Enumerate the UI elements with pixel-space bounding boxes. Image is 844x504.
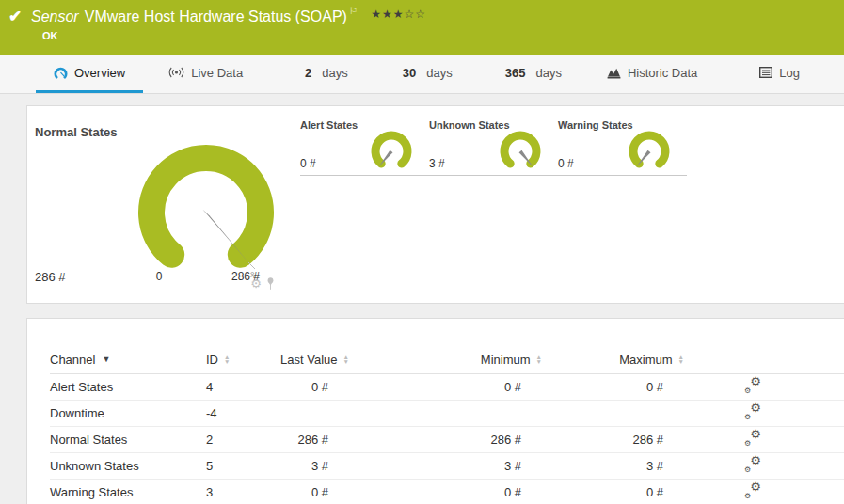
object-kind-label: Sensor xyxy=(31,8,79,24)
sensor-title-line: SensorVMware Host Hardware Status (SOAP)… xyxy=(31,6,426,25)
channel-id: -4 xyxy=(206,406,263,420)
primary-gauge-scale-min: 0 xyxy=(150,270,168,283)
sensor-header: ✔ SensorVMware Host Hardware Status (SOA… xyxy=(0,0,844,55)
tab-label: Live Data xyxy=(191,66,243,80)
channel-id: 2 xyxy=(206,433,263,447)
gauge-title: Alert States xyxy=(300,119,358,131)
sort-desc-icon: ▼ xyxy=(102,354,110,364)
stars-empty: ☆☆ xyxy=(405,8,427,21)
status-ok-check-icon: ✔ xyxy=(8,7,22,26)
column-header-maximum[interactable]: Maximum ▲▼ xyxy=(542,353,684,367)
tab-label: days xyxy=(322,66,347,80)
secondary-gauge-unknown-states[interactable]: Unknown States 3 # xyxy=(429,114,558,176)
primary-gauge-title: Normal States xyxy=(35,125,117,139)
primary-gauge-dial: x̄ xyxy=(117,122,295,280)
column-header-last-value[interactable]: Last Value ▲▼ xyxy=(263,353,349,367)
channels-table-panel: Channel ▼ ID ▲▼ Last Value ▲▼ Minimum ▲▼… xyxy=(26,318,844,504)
sensor-tabbar: Overview Live Data 2 days 30 days 365 da… xyxy=(0,55,844,94)
sensor-overview-page: ✔ SensorVMware Host Hardware Status (SOA… xyxy=(0,0,844,504)
tab-number: 30 xyxy=(403,66,416,80)
channel-id: 5 xyxy=(206,459,263,473)
table-row-normal-states: Normal States 2 286 # 286 # 286 # ⚙⚙ xyxy=(50,427,844,453)
small-gauge-dial xyxy=(494,127,547,170)
primary-gauge-current-value: 286 # xyxy=(35,270,66,284)
pin-icon[interactable] xyxy=(266,277,275,290)
sort-icon: ▲▼ xyxy=(678,354,684,364)
channel-name: Downtime xyxy=(50,406,206,420)
secondary-gauge-warning-states[interactable]: Warning States 0 # xyxy=(558,114,687,176)
channel-settings-gears-icon[interactable]: ⚙⚙ xyxy=(744,483,761,498)
page-title: VMware Host Hardware Status (SOAP) xyxy=(85,8,347,24)
channels-table: Channel ▼ ID ▲▼ Last Value ▲▼ Minimum ▲▼… xyxy=(27,319,844,504)
gauge-settings-gear-icon[interactable]: ⚙ xyxy=(250,278,262,290)
channel-last-value: 286 # xyxy=(263,433,349,447)
channel-minimum: 0 # xyxy=(349,380,542,394)
table-row-warning-states: Warning States 3 0 # 0 # 0 # ⚙⚙ xyxy=(50,480,844,504)
tab-live-data[interactable]: Live Data xyxy=(151,55,261,93)
table-header-row: Channel ▼ ID ▲▼ Last Value ▲▼ Minimum ▲▼… xyxy=(50,345,844,374)
column-header-channel[interactable]: Channel ▼ xyxy=(50,353,206,367)
tab-2-days[interactable]: 2 days xyxy=(287,55,366,93)
channel-maximum: 286 # xyxy=(542,433,684,447)
gauge-current-value: 0 # xyxy=(300,157,316,170)
tab-historic-data[interactable]: Historic Data xyxy=(589,55,715,93)
tab-label: days xyxy=(426,66,452,80)
channel-settings-gears-icon[interactable]: ⚙⚙ xyxy=(744,431,761,446)
tab-30-days[interactable]: 30 days xyxy=(385,55,470,93)
channel-id: 3 xyxy=(206,485,263,499)
small-gauge-dial xyxy=(623,127,676,170)
gauge-current-value: 0 # xyxy=(558,157,574,170)
live-data-icon xyxy=(168,67,184,78)
log-icon xyxy=(759,67,772,78)
tab-label: days xyxy=(535,66,561,80)
channel-settings-gears-icon[interactable]: ⚙⚙ xyxy=(744,404,761,419)
small-gauge-dial xyxy=(365,127,418,170)
channel-maximum: 3 # xyxy=(542,459,684,473)
tab-365-days[interactable]: 365 days xyxy=(487,55,580,93)
tab-log[interactable]: Log xyxy=(741,55,818,93)
primary-gauge-tools: ⚙ xyxy=(250,277,275,290)
column-header-id[interactable]: ID ▲▼ xyxy=(206,353,263,367)
gauge-title: Warning States xyxy=(558,119,633,131)
channel-name: Normal States xyxy=(50,433,206,447)
channel-last-value: 0 # xyxy=(263,380,349,394)
channel-minimum: 286 # xyxy=(349,433,542,447)
tab-label: Historic Data xyxy=(628,66,697,80)
channel-minimum: 0 # xyxy=(349,485,542,499)
tab-settings[interactable]: ⚙ Settings xyxy=(829,55,844,93)
stars-filled: ★★★ xyxy=(371,8,404,21)
secondary-gauge-alert-states[interactable]: Alert States 0 # xyxy=(300,114,429,176)
gauges-panel: Normal States x̄ 286 # 0 286 # ⚙ Alert S… xyxy=(26,105,844,304)
status-badge: OK xyxy=(42,30,58,41)
column-header-minimum[interactable]: Minimum ▲▼ xyxy=(349,353,542,367)
table-row-unknown-states: Unknown States 5 3 # 3 # 3 # ⚙⚙ xyxy=(50,453,844,480)
channel-id: 4 xyxy=(206,380,263,394)
channel-last-value: 3 # xyxy=(263,459,349,473)
channel-settings-gears-icon[interactable]: ⚙⚙ xyxy=(744,378,761,393)
channel-maximum: 0 # xyxy=(542,485,684,499)
tab-label: Overview xyxy=(74,66,125,80)
gauge-icon xyxy=(54,67,68,79)
channel-settings-gears-icon[interactable]: ⚙⚙ xyxy=(744,457,761,472)
channel-name: Unknown States xyxy=(50,459,206,473)
channel-name: Alert States xyxy=(50,380,206,394)
flag-icon: ⚐ xyxy=(349,6,358,16)
table-row-downtime: Downtime -4 ⚙⚙ xyxy=(50,401,844,427)
tab-number: 2 xyxy=(305,66,311,80)
channel-maximum: 0 # xyxy=(542,380,684,394)
tab-overview[interactable]: Overview xyxy=(36,55,143,93)
primary-gauge-block[interactable]: Normal States x̄ 286 # 0 286 # ⚙ xyxy=(33,112,299,291)
table-row-alert-states: Alert States 4 0 # 0 # 0 # ⚙⚙ xyxy=(50,374,844,401)
gauge-current-value: 3 # xyxy=(429,157,445,170)
channel-minimum: 3 # xyxy=(349,459,542,473)
priority-stars[interactable]: ★★★☆☆ xyxy=(371,8,426,21)
channel-name: Warning States xyxy=(50,485,206,499)
sort-icon: ▲▼ xyxy=(224,354,230,364)
tab-label: Log xyxy=(779,66,800,80)
historic-data-icon xyxy=(607,67,621,79)
channel-last-value: 0 # xyxy=(263,485,349,499)
tab-number: 365 xyxy=(505,66,526,80)
